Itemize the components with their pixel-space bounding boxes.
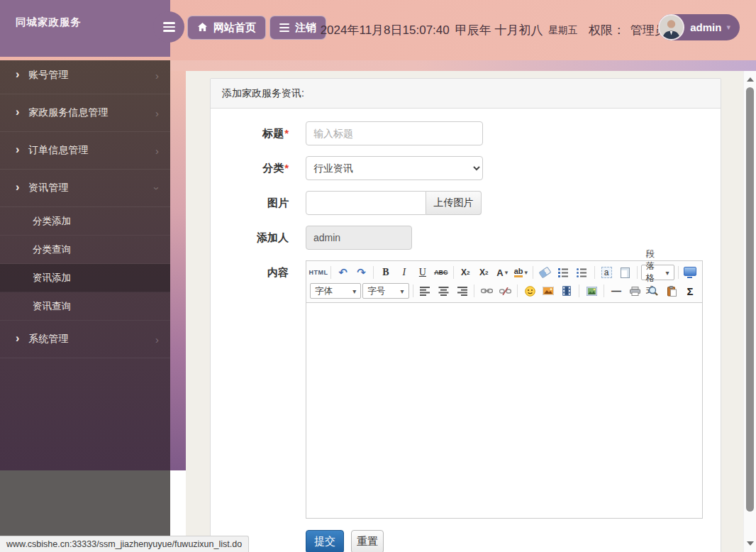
unlink-icon — [499, 287, 511, 295]
bold-button[interactable]: B — [377, 265, 394, 280]
sidebar-subitem-news-add[interactable]: 资讯添加 — [0, 264, 170, 292]
avatar — [658, 14, 684, 40]
smiley-icon — [525, 286, 535, 297]
unordered-list-button[interactable] — [574, 265, 591, 280]
insert-image-button[interactable] — [540, 283, 557, 299]
clipboard-icon — [667, 286, 677, 297]
title-row: 标题* — [211, 121, 721, 145]
image-path-input[interactable] — [306, 191, 426, 215]
sidebar-toggle-button[interactable] — [153, 11, 184, 43]
horizontal-rule-button[interactable]: — — [608, 283, 625, 299]
weekday-text: 星期五 — [549, 24, 578, 37]
username-text: admin — [690, 21, 721, 33]
divider — [579, 285, 579, 297]
image-manager-button[interactable] — [583, 283, 600, 299]
underline-button[interactable]: U — [414, 265, 431, 280]
sidebar-item-news-mgmt[interactable]: › 资讯管理 › — [0, 170, 170, 207]
lunar-date-text: 甲辰年 十月初八 — [455, 22, 543, 38]
vertical-scrollbar[interactable] — [743, 71, 756, 552]
caret-down-icon: ▾ — [505, 269, 508, 276]
align-right-icon — [457, 287, 467, 296]
fullscreen-button[interactable] — [682, 265, 699, 280]
form-card: 添加家政服务资讯: 标题* 分类* 行业资讯 图片 — [210, 78, 721, 552]
scrollbar-thumb[interactable] — [746, 87, 754, 512]
anchor-button[interactable]: a — [598, 265, 615, 280]
image-label: 图片 — [211, 191, 306, 215]
ordered-list-button[interactable] — [555, 265, 572, 280]
permission-label: 权限： — [589, 22, 625, 38]
sidebar-item-account-mgmt[interactable]: › 账号管理 › — [0, 57, 170, 94]
undo-button[interactable]: ↶ — [334, 265, 351, 280]
chevron-down-icon: ▾ — [726, 23, 730, 32]
required-mark: * — [284, 162, 289, 174]
insert-link-button[interactable] — [478, 283, 495, 299]
font-color-button[interactable]: A▾ — [494, 265, 511, 280]
italic-button[interactable]: I — [396, 265, 413, 280]
sidebar-subitem-label: 分类添加 — [33, 215, 71, 228]
sidebar-item-housekeeping-info-mgmt[interactable]: › 家政服务信息管理 › — [0, 94, 170, 132]
author-input — [306, 226, 412, 250]
form-card-header: 添加家政服务资讯: — [211, 79, 721, 109]
align-left-button[interactable] — [416, 283, 433, 299]
image-row: 图片 上传图片 — [211, 191, 721, 215]
image-icon — [543, 287, 554, 295]
title-label: 标题* — [211, 121, 306, 145]
font-size-select[interactable]: 字号▾ — [362, 283, 408, 299]
sidebar-item-label: 系统管理 — [28, 333, 68, 346]
caret-down-icon: ▾ — [401, 287, 404, 295]
emoticon-button[interactable] — [521, 283, 538, 299]
redo-button[interactable]: ↷ — [352, 265, 369, 280]
remove-format-button[interactable] — [537, 265, 554, 280]
preview-button[interactable] — [645, 283, 662, 299]
film-icon — [562, 286, 571, 296]
highlight-color-button[interactable]: ab▾ — [512, 265, 529, 280]
paste-button[interactable] — [663, 283, 680, 299]
rich-text-editor: HTML ↶ ↷ B I U ABC X2 X2 A▾ — [306, 260, 703, 519]
site-home-button[interactable]: 网站首页 — [187, 16, 266, 40]
user-menu[interactable]: admin ▾ — [658, 14, 740, 40]
chevron-right-icon: › — [155, 145, 159, 157]
divider — [474, 285, 474, 297]
datetime-permission-info: 2024年11月8日15:07:40 甲辰年 十月初八 星期五 权限： 管理员 — [305, 0, 667, 60]
scroll-down-arrow[interactable] — [747, 541, 754, 546]
divider — [604, 285, 604, 297]
chevron-right-icon: › — [16, 332, 19, 345]
reset-button[interactable]: 重置 — [351, 530, 384, 552]
sidebar-subitem-news-query[interactable]: 资讯查询 — [0, 292, 170, 321]
print-button[interactable] — [626, 283, 643, 299]
paragraph-format-select[interactable]: 段落格式▾ — [641, 265, 674, 280]
editor-content-area[interactable] — [306, 303, 702, 518]
new-document-button[interactable] — [616, 265, 633, 280]
sidebar-subitem-label: 资讯添加 — [33, 272, 71, 285]
upload-image-button[interactable]: 上传图片 — [426, 191, 482, 215]
scroll-up-arrow[interactable] — [747, 77, 754, 82]
formula-button[interactable]: Σ — [682, 283, 699, 299]
category-select[interactable]: 行业资讯 — [306, 156, 483, 180]
font-family-select[interactable]: 字体▾ — [310, 283, 361, 299]
superscript-button[interactable]: X2 — [457, 265, 474, 280]
title-input[interactable] — [306, 121, 483, 145]
sidebar-item-order-info-mgmt[interactable]: › 订单信息管理 › — [0, 132, 170, 170]
main-content: 添加家政服务资讯: 标题* 分类* 行业资讯 图片 — [186, 71, 743, 552]
strikethrough-button[interactable]: ABC — [433, 265, 450, 280]
remove-link-button[interactable] — [496, 283, 513, 299]
submit-button[interactable]: 提交 — [306, 530, 344, 552]
form-title: 添加家政服务资讯: — [222, 87, 304, 100]
caret-down-icon: ▾ — [665, 269, 669, 277]
divider — [517, 285, 518, 297]
align-center-button[interactable] — [435, 283, 452, 299]
form-actions: 提交 重置 — [306, 530, 721, 552]
sidebar-subitem-category-add[interactable]: 分类添加 — [0, 207, 170, 236]
status-url-bubble: www.csbishe.cn:33333/ssm_jiazhenyuyue/fu… — [0, 536, 249, 552]
sidebar: › 账号管理 › › 家政服务信息管理 › › 订单信息管理 › › 资讯管理 … — [0, 57, 170, 470]
source-code-button[interactable]: HTML — [310, 265, 327, 280]
align-right-button[interactable] — [453, 283, 470, 299]
sidebar-item-system-mgmt[interactable]: › 系统管理 › — [0, 321, 170, 358]
subscript-button[interactable]: X2 — [475, 265, 492, 280]
unordered-list-icon — [577, 268, 587, 277]
app-title: 同城家政服务 — [16, 16, 82, 29]
sidebar-subitem-category-query[interactable]: 分类查询 — [0, 236, 170, 264]
insert-media-button[interactable] — [558, 283, 575, 299]
content-label: 内容 — [211, 260, 306, 519]
topbar: 同城家政服务 网站首页 注销 2024年11月8日15:07:40 甲辰年 十月… — [0, 0, 756, 60]
